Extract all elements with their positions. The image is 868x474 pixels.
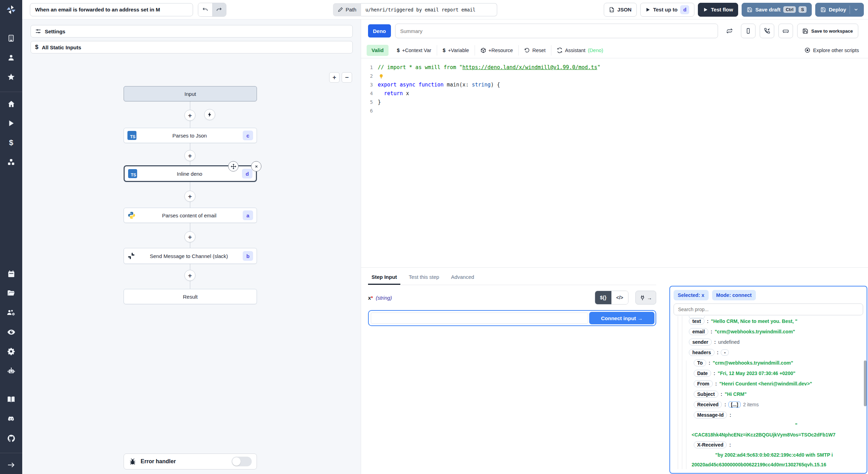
- zoom-out-button[interactable]: −: [342, 72, 352, 83]
- home-icon[interactable]: [4, 97, 18, 111]
- flow-title-input[interactable]: [30, 3, 193, 16]
- user-icon[interactable]: [4, 51, 18, 65]
- prop-key-pill[interactable]: Message-Id: [694, 411, 727, 418]
- play-icon[interactable]: [4, 116, 18, 130]
- add-step-button[interactable]: +: [184, 191, 195, 202]
- prop-key-pill[interactable]: text: [689, 318, 704, 325]
- prop-key-pill[interactable]: email: [689, 328, 708, 335]
- tab-test-this-step[interactable]: Test this step: [405, 270, 443, 285]
- delete-step-icon[interactable]: [251, 161, 261, 172]
- error-handler-toggle[interactable]: [232, 457, 252, 466]
- prop-tree[interactable]: text:"Hello CRM, Nice to meet you. Best,…: [674, 316, 863, 469]
- tree-scrollbar-thumb[interactable]: [864, 360, 867, 406]
- x-value-input[interactable]: [371, 313, 588, 324]
- add-context-var-button[interactable]: $ +Context Var: [391, 45, 437, 56]
- add-step-button[interactable]: +: [184, 270, 195, 281]
- flow-settings-button[interactable]: Settings: [31, 25, 353, 38]
- flow-node-send-message-slack[interactable]: Send Message to Channel (slack) b: [124, 248, 257, 264]
- chevron-down-icon[interactable]: [853, 7, 859, 12]
- discord-icon[interactable]: [4, 412, 18, 426]
- prop-row-from[interactable]: From:"Henri Courdent <henri@windmill.dev…: [674, 379, 863, 389]
- add-variable-button[interactable]: $ +Variable: [437, 45, 475, 56]
- flow-node-result[interactable]: Result: [124, 289, 257, 304]
- summary-input[interactable]: [395, 24, 718, 38]
- schedule-calendar-icon[interactable]: [4, 267, 18, 281]
- prop-row-received[interactable]: Received:[...]2 items: [674, 399, 863, 410]
- prop-key-pill[interactable]: Subject: [694, 391, 718, 398]
- collapse-sidebar-arrow-icon[interactable]: [4, 458, 18, 472]
- prop-key-pill[interactable]: sender: [689, 339, 712, 346]
- github-icon[interactable]: [4, 431, 18, 445]
- template-mode-segment[interactable]: ${}: [595, 291, 611, 304]
- prop-key-pill[interactable]: X-Received: [694, 441, 727, 448]
- move-step-handle-icon[interactable]: [228, 161, 239, 172]
- prop-key-pill[interactable]: Received: [694, 401, 722, 408]
- language-badge[interactable]: Deno: [368, 24, 391, 38]
- prop-row-date[interactable]: Date:"Fri, 12 May 2023 07:30:46 +0200": [674, 368, 863, 379]
- star-icon[interactable]: [4, 70, 18, 84]
- eye-icon[interactable]: [4, 325, 18, 339]
- add-step-button[interactable]: +: [184, 110, 195, 121]
- array-expand-pill[interactable]: [...]: [728, 401, 741, 408]
- path-input[interactable]: [361, 3, 497, 16]
- code-lines[interactable]: // import * as wmill from "https://deno.…: [378, 63, 868, 267]
- add-step-button[interactable]: +: [184, 231, 195, 242]
- undo-button[interactable]: [198, 3, 212, 16]
- panel-layout-icon[interactable]: [741, 24, 756, 38]
- code-line[interactable]: }: [378, 98, 868, 107]
- connect-plug-button[interactable]: →: [635, 291, 656, 305]
- building-icon[interactable]: [4, 31, 18, 45]
- user-group-gear-icon[interactable]: [4, 306, 18, 319]
- phone-incoming-icon[interactable]: [760, 24, 774, 38]
- code-mode-segment[interactable]: </>: [611, 291, 628, 304]
- add-step-button[interactable]: +: [184, 150, 195, 161]
- swap-editor-icon[interactable]: [722, 24, 737, 38]
- prop-row-to[interactable]: To:"crm@webhooks.trywindmill.com": [674, 358, 863, 368]
- deploy-button[interactable]: Deploy: [815, 3, 864, 17]
- prop-row-sender[interactable]: sender:undefined: [674, 337, 863, 347]
- trigger-lightning-button[interactable]: [204, 109, 215, 120]
- explore-other-scripts-button[interactable]: Explore other scripts: [804, 47, 862, 53]
- path-label[interactable]: Path: [333, 3, 361, 16]
- search-prop-input[interactable]: [674, 303, 863, 315]
- tab-step-input[interactable]: Step Input: [368, 270, 400, 285]
- code-line[interactable]: export async function main(x: string) {: [378, 81, 868, 89]
- lightbulb-suggestion-icon[interactable]: [378, 74, 384, 79]
- code-line[interactable]: // import * as wmill from "https://deno.…: [378, 63, 868, 72]
- redo-button[interactable]: [212, 3, 226, 16]
- test-up-to-button[interactable]: Test up to d: [640, 3, 695, 17]
- collapse-toggle[interactable]: -: [721, 349, 729, 356]
- dollar-icon[interactable]: $: [4, 136, 18, 150]
- robot-icon[interactable]: [4, 364, 18, 378]
- prop-row-x-received[interactable]: X-Received:: [674, 440, 863, 450]
- cubes-icon[interactable]: [4, 155, 18, 169]
- save-draft-button[interactable]: Save draft Ctrl S: [742, 3, 812, 17]
- zoom-in-button[interactable]: +: [329, 72, 340, 83]
- code-line[interactable]: [378, 107, 868, 115]
- folder-open-icon[interactable]: [4, 286, 18, 300]
- code-line[interactable]: [378, 72, 868, 81]
- prop-key-pill[interactable]: To: [694, 359, 706, 366]
- prop-row-subject[interactable]: Subject:"Hi CRM": [674, 389, 863, 399]
- book-open-icon[interactable]: [4, 392, 18, 406]
- tab-advanced[interactable]: Advanced: [448, 270, 478, 285]
- flow-node-parses-to-json[interactable]: TS Parses to Json c: [124, 128, 257, 143]
- prop-row-message-id[interactable]: Message-Id:: [674, 410, 863, 420]
- prop-row-email[interactable]: email:"crm@webhooks.trywindmill.com": [674, 326, 863, 337]
- prop-key-pill[interactable]: Date: [694, 370, 711, 377]
- windmill-logo[interactable]: [0, 0, 22, 19]
- add-resource-button[interactable]: +Resource: [475, 45, 519, 56]
- code-line[interactable]: return x: [378, 89, 868, 98]
- assistant-button[interactable]: Assistant (Deno): [551, 45, 609, 56]
- save-to-workspace-button[interactable]: Save to workspace: [797, 24, 858, 38]
- prop-key-pill[interactable]: headers: [689, 349, 715, 356]
- code-editor[interactable]: 123456 // import * as wmill from "https:…: [361, 58, 868, 267]
- prop-row-headers[interactable]: headers:-: [674, 347, 863, 358]
- all-static-inputs-button[interactable]: $ All Static Inputs: [31, 41, 353, 53]
- prop-key-pill[interactable]: From: [694, 380, 713, 387]
- flow-node-parses-content-of-email[interactable]: Parses content of email a: [124, 208, 257, 223]
- json-button[interactable]: JSON: [604, 3, 637, 17]
- test-flow-button[interactable]: Test flow: [698, 3, 738, 17]
- gear-icon[interactable]: [4, 344, 18, 358]
- flow-node-input[interactable]: Input: [124, 86, 257, 101]
